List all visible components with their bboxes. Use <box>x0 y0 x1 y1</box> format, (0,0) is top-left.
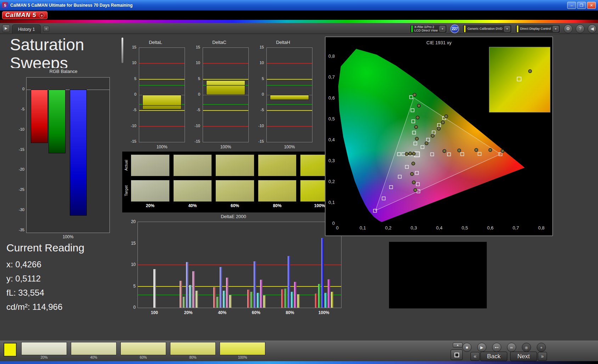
deltah-plot <box>266 47 312 142</box>
scroll-indicator[interactable] <box>122 38 123 63</box>
chart-title: DeltaH <box>252 40 315 45</box>
tick-label: 0 <box>134 92 136 96</box>
tick-label: -15 <box>131 139 136 143</box>
meter-badge[interactable]: 227 <box>450 24 459 33</box>
color-swatch <box>131 154 170 176</box>
chart-element <box>196 291 198 308</box>
chart-element <box>267 126 312 127</box>
x-axis-label: 100% <box>26 234 110 239</box>
chart-element <box>297 294 300 308</box>
svg-text:0,1: 0,1 <box>328 200 335 205</box>
deltah-chart: DeltaH 151050-5-10-15 100% <box>252 40 315 150</box>
chevron-down-icon[interactable]: ▼ <box>504 26 510 32</box>
pattern-swatch[interactable]: 40% <box>71 342 117 360</box>
tick-label: 5 <box>262 76 264 81</box>
pattern-swatch-label: 100% <box>220 355 265 360</box>
record-icon[interactable]: ◉ <box>522 343 531 352</box>
svg-text:0,7: 0,7 <box>328 74 335 80</box>
tick-label: -10 <box>194 124 200 128</box>
pattern-swatch[interactable]: 80% <box>170 342 216 360</box>
link-icon[interactable]: ⊷ <box>492 343 501 352</box>
chart-element <box>267 85 312 86</box>
video-preview <box>389 242 487 308</box>
tick-label: 0 <box>198 92 200 96</box>
nav-forward-button[interactable]: ▶ <box>2 24 10 32</box>
back-chevrons-icon[interactable]: « <box>470 352 480 361</box>
tick-label: 10 <box>132 61 136 65</box>
svg-text:0,4: 0,4 <box>436 225 442 231</box>
tick-label: 0 <box>22 87 24 91</box>
tick-label: -5 <box>197 108 200 112</box>
minimize-button[interactable]: – <box>567 2 576 9</box>
chart-element <box>206 80 245 95</box>
display-control-selector[interactable]: Direct Display Control ▼ <box>515 24 560 33</box>
eject-icon[interactable]: ▲ <box>453 342 463 348</box>
y-axis-labels: 151050-5-10-15 <box>126 47 137 142</box>
tick-label: -10 <box>258 124 264 128</box>
tick-label: 20 <box>131 219 136 224</box>
chart-element <box>70 90 87 216</box>
chart-element <box>203 110 248 111</box>
display-status-indicator <box>517 25 518 32</box>
tick-label: 10 <box>131 262 136 267</box>
x-axis-label: 100% <box>266 144 312 149</box>
reading-x: x: 0,4266 <box>6 257 120 272</box>
chevron-down-icon[interactable]: ▼ <box>439 26 445 32</box>
chart-element <box>139 110 185 111</box>
pattern-swatch-color <box>21 342 67 355</box>
pattern-swatch-color <box>120 342 166 355</box>
calman-logo[interactable]: CalMAN 5 ▼ <box>2 11 47 19</box>
column-label: 20% <box>131 203 170 208</box>
source-status-indicator <box>464 25 466 32</box>
chart-element <box>325 293 327 308</box>
loop-icon[interactable]: ∞ <box>507 343 516 352</box>
window-controls: – ❐ ✕ <box>567 2 596 9</box>
deltal-plot <box>139 47 185 142</box>
tick-label: 0 <box>133 305 136 310</box>
source-selector[interactable]: Generic Calibration DVD ▼ <box>462 24 512 33</box>
extra-icon[interactable]: ● <box>537 343 546 352</box>
pattern-swatch[interactable]: 100% <box>220 342 265 360</box>
chart-element <box>143 105 181 106</box>
chart-title: DeltaL <box>124 40 187 45</box>
group-label: 20% <box>184 310 192 315</box>
y-axis-labels: 151050-5-10-15 <box>254 47 265 142</box>
page-title-line2: Sweeps <box>10 54 120 68</box>
gear-icon[interactable]: ⚙ <box>564 24 572 33</box>
play-icon[interactable]: ▶ <box>477 343 486 352</box>
help-icon[interactable]: ? <box>576 24 585 33</box>
pattern-swatch[interactable]: 60% <box>120 342 166 360</box>
chart-title: DeltaC <box>188 40 251 45</box>
stop-icon[interactable]: ■ <box>462 343 472 352</box>
nav-back-icon[interactable]: ◀ <box>588 24 597 33</box>
chart-element <box>142 95 181 109</box>
chart-element <box>180 281 182 308</box>
bottom-accent-strip <box>0 361 598 364</box>
current-pattern-swatch[interactable] <box>4 343 17 357</box>
tick-label: 10 <box>260 61 264 65</box>
back-button[interactable]: Back <box>480 352 507 361</box>
chevron-down-icon[interactable]: ▼ <box>553 26 559 32</box>
pattern-window-button[interactable] <box>451 349 463 360</box>
app-icon: 5 <box>2 2 8 8</box>
current-reading: Current Reading x: 0,4266 y: 0,5112 fL: … <box>6 242 120 314</box>
chart-element <box>318 284 321 308</box>
next-button[interactable]: Next <box>510 352 537 361</box>
chart-element <box>138 295 341 295</box>
tab-history-1[interactable]: History 1 <box>12 24 41 34</box>
meter-selector[interactable]: X-Rite i1Pro 2 LCD Direct View ▼ <box>410 24 447 33</box>
tick-label: 5 <box>134 76 136 81</box>
maximize-button[interactable]: ❐ <box>577 2 586 9</box>
logo-dropdown-icon[interactable]: ▼ <box>39 13 44 18</box>
color-swatch <box>258 154 297 176</box>
chart-element <box>321 238 324 308</box>
svg-text:0,2: 0,2 <box>385 225 391 231</box>
next-chevrons-icon[interactable]: » <box>538 352 547 361</box>
chart-element <box>216 297 219 308</box>
add-tab-button[interactable]: + <box>43 26 49 32</box>
page-title: Saturation Sweeps <box>10 35 120 68</box>
chart-element <box>139 63 185 64</box>
close-button[interactable]: ✕ <box>587 2 596 9</box>
chart-element <box>138 286 341 287</box>
pattern-swatch[interactable]: 20% <box>21 342 67 360</box>
